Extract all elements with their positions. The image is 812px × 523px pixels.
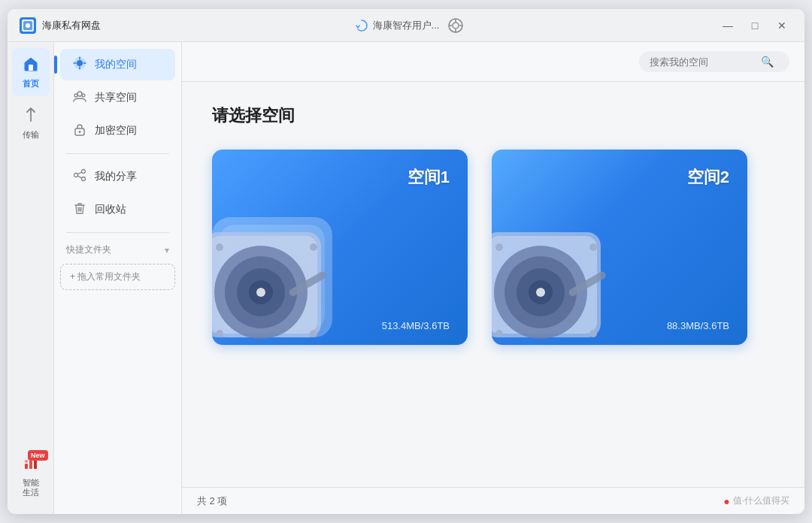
transfer-icon — [23, 107, 39, 127]
svg-point-42 — [310, 330, 317, 337]
content-body: 请选择空间 空间1 — [182, 82, 804, 487]
titlebar-center: 海康智存用户... — [355, 18, 464, 33]
search-input[interactable] — [650, 56, 755, 68]
space-card-1[interactable]: 空间1 — [212, 150, 468, 345]
search-box[interactable]: 🔍 — [639, 51, 789, 72]
svg-point-5 — [453, 23, 459, 29]
titlebar: 海康私有网盘 海康智存用户... — □ ✕ — [8, 9, 804, 42]
notification-icon[interactable] — [448, 18, 463, 33]
svg-point-23 — [74, 174, 78, 177]
user-name: 海康智存用户... — [373, 19, 440, 32]
svg-point-50 — [536, 288, 545, 297]
maximize-button[interactable]: □ — [744, 15, 765, 36]
app-title: 海康私有网盘 — [42, 19, 101, 32]
active-indicator — [54, 56, 57, 74]
sidebar-wide: 我的空间 共享空间 — [54, 42, 182, 514]
content-footer: 共 2 项 ● 值·什么值得买 — [182, 487, 804, 514]
svg-point-54 — [589, 330, 597, 337]
space-card-2-name: 空间2 — [687, 166, 729, 189]
svg-point-51 — [495, 243, 503, 251]
svg-point-24 — [82, 177, 86, 181]
svg-point-19 — [74, 94, 77, 97]
svg-point-41 — [216, 330, 223, 337]
close-button[interactable]: ✕ — [771, 15, 792, 36]
svg-point-40 — [310, 243, 317, 251]
menu-shared-space[interactable]: 共享空间 — [60, 82, 175, 113]
recycle-bin-icon — [72, 201, 87, 218]
footer-count: 共 2 项 — [197, 494, 227, 508]
app-window: 海康私有网盘 海康智存用户... — □ ✕ — [8, 9, 804, 514]
menu-recycle-bin-label: 回收站 — [95, 203, 126, 216]
nav-home-label: 首页 — [23, 79, 39, 89]
space-card-1-storage: 513.4MB/3.6TB — [382, 320, 450, 331]
search-icon: 🔍 — [761, 56, 774, 68]
new-badge: New — [28, 450, 48, 461]
titlebar-controls: — □ ✕ — [717, 15, 792, 36]
space-card-2-storage: 88.3MB/3.6TB — [667, 320, 729, 331]
menu-encrypted-space[interactable]: 加密空间 — [60, 115, 175, 147]
space-cards-grid: 空间1 — [212, 150, 774, 345]
my-share-icon — [72, 168, 87, 185]
nav-home[interactable]: 首页 — [12, 48, 50, 96]
home-icon — [23, 56, 39, 76]
nav-smart-life[interactable]: New 智能 生活 — [12, 447, 50, 505]
svg-point-52 — [589, 243, 597, 251]
quick-folder-label: 快捷文件夹 — [66, 243, 111, 256]
my-space-icon — [72, 56, 87, 73]
menu-recycle-bin[interactable]: 回收站 — [60, 194, 175, 225]
add-folder-label: + 拖入常用文件夹 — [70, 271, 141, 283]
shared-space-icon — [72, 89, 87, 106]
add-folder-button[interactable]: + 拖入常用文件夹 — [60, 264, 175, 290]
content-header: 🔍 — [182, 42, 804, 82]
menu-divider-2 — [66, 232, 169, 233]
svg-point-3 — [26, 23, 30, 28]
svg-point-18 — [82, 94, 85, 97]
svg-rect-10 — [29, 65, 33, 71]
svg-point-22 — [82, 170, 86, 174]
space-card-2[interactable]: 空间2 — [492, 150, 747, 345]
svg-point-16 — [77, 60, 83, 66]
svg-line-25 — [77, 172, 81, 174]
menu-my-share-label: 我的分享 — [95, 170, 137, 183]
quick-folder-header[interactable]: 快捷文件夹 ▾ — [66, 243, 169, 256]
sidebar-narrow: 首页 传输 New — [8, 42, 54, 514]
titlebar-user: 海康智存用户... — [355, 19, 440, 32]
quick-folder-section: 快捷文件夹 ▾ — [54, 239, 181, 259]
space-card-1-name: 空间1 — [408, 166, 450, 189]
hdd-illustration-1 — [212, 195, 355, 345]
sync-icon — [355, 19, 368, 32]
menu-my-space-label: 我的空间 — [95, 58, 137, 71]
svg-point-14 — [25, 460, 28, 463]
quick-folder-chevron: ▾ — [165, 245, 169, 255]
menu-my-space[interactable]: 我的空间 — [60, 49, 175, 80]
main-layout: 首页 传输 New — [8, 42, 804, 514]
watermark-text: 值·什么值得买 — [733, 494, 789, 507]
menu-my-share[interactable]: 我的分享 — [60, 161, 175, 192]
encrypted-space-icon — [72, 122, 87, 139]
menu-divider-1 — [66, 153, 169, 154]
svg-point-53 — [495, 330, 503, 337]
hdd-illustration-2 — [492, 195, 635, 345]
menu-shared-space-label: 共享空间 — [95, 91, 137, 104]
nav-smart-life-label: 智能 生活 — [23, 478, 39, 497]
footer-watermark: ● 值·什么值得买 — [723, 494, 789, 507]
titlebar-left: 海康私有网盘 — [20, 17, 101, 34]
svg-point-39 — [216, 243, 223, 251]
section-title: 请选择空间 — [212, 104, 774, 127]
minimize-button[interactable]: — — [717, 15, 738, 36]
content-area: 🔍 请选择空间 空间1 — [182, 42, 804, 514]
svg-rect-12 — [29, 461, 32, 469]
menu-encrypted-space-label: 加密空间 — [95, 124, 137, 138]
nav-transfer-label: 传输 — [23, 130, 39, 140]
svg-point-21 — [79, 131, 81, 133]
nav-transfer[interactable]: 传输 — [12, 99, 50, 147]
watermark-icon: ● — [723, 495, 729, 507]
svg-point-38 — [256, 288, 265, 297]
svg-point-17 — [77, 92, 82, 96]
svg-rect-11 — [25, 464, 28, 469]
app-logo — [20, 17, 36, 34]
svg-line-26 — [77, 176, 81, 178]
